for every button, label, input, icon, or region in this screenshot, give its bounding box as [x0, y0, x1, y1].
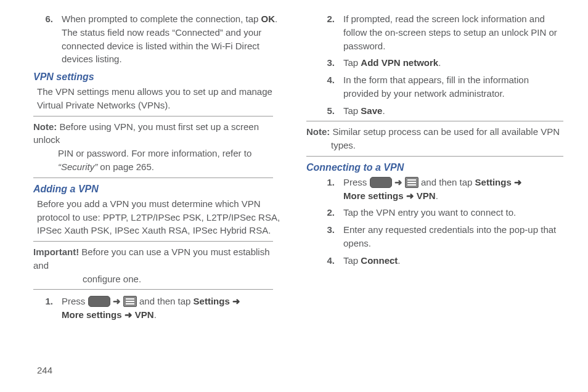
- text: Similar setup process can be used for al…: [330, 126, 560, 137]
- list-item: 1. Press ➜ and then tap Settings ➜ More …: [306, 176, 563, 203]
- step-body: Press ➜ and then tap Settings ➜ More set…: [62, 295, 282, 322]
- paragraph: The VPN settings menu allows you to set …: [37, 85, 282, 112]
- text: .: [398, 255, 400, 266]
- arrow-icon: ➜: [110, 296, 123, 306]
- bold-text: Add VPN network: [361, 57, 438, 68]
- menu-button-icon: [405, 177, 419, 188]
- step-body: Enter any requested credentials into the…: [343, 223, 563, 250]
- home-button-icon: [88, 296, 110, 307]
- divider: [33, 289, 273, 290]
- text: Tap: [343, 105, 361, 116]
- right-column: 2. If prompted, read the screen lock inf…: [306, 12, 563, 325]
- note-line: PIN or password. For more information, r…: [58, 147, 273, 160]
- page-content: 6. When prompted to complete the connect…: [0, 0, 588, 325]
- text: .: [438, 57, 441, 68]
- text: .: [154, 309, 157, 320]
- step-number: 1.: [25, 295, 62, 322]
- heading-vpn-settings: VPN settings: [33, 70, 282, 84]
- note-label: Note:: [306, 126, 330, 137]
- text: Before using VPN, you must first set up …: [33, 121, 259, 145]
- bold-text: Settings ➜: [194, 296, 240, 306]
- important-block: Important! Before you can use a VPN you …: [33, 245, 273, 285]
- divider: [33, 116, 273, 116]
- step-body: Tap Save.: [343, 104, 563, 118]
- step-body: When prompted to complete the connection…: [62, 12, 282, 66]
- note-line: “Security” on page 265.: [58, 160, 273, 174]
- text: and then tap: [137, 296, 194, 306]
- divider: [306, 156, 563, 157]
- home-button-icon: [370, 177, 392, 188]
- text: on page 265.: [97, 161, 154, 172]
- italic-text: “Security”: [58, 161, 97, 172]
- text: Tap: [343, 255, 361, 266]
- step-body: Tap Connect.: [343, 254, 563, 267]
- step-number: 3.: [306, 56, 343, 70]
- bold-text: OK: [261, 14, 276, 24]
- important-label: Important!: [33, 247, 79, 257]
- divider: [33, 241, 273, 242]
- step-number: 4.: [306, 73, 343, 100]
- step-number: 4.: [306, 254, 343, 267]
- list-item: 6. When prompted to complete the connect…: [25, 12, 282, 66]
- bold-text: More settings ➜ VPN: [62, 309, 154, 320]
- bold-text: Save: [361, 105, 382, 116]
- paragraph: Before you add a VPN you must determine …: [37, 197, 282, 237]
- left-column: 6. When prompted to complete the connect…: [25, 12, 282, 325]
- text: Press: [343, 177, 370, 187]
- list-item: 3. Enter any requested credentials into …: [306, 223, 563, 250]
- important-line: configure one.: [83, 272, 273, 286]
- text: Press: [62, 296, 88, 306]
- step-body: Tap Add VPN network.: [343, 56, 563, 70]
- list-item: 1. Press ➜ and then tap Settings ➜ More …: [25, 295, 282, 322]
- step-number: 6.: [25, 12, 62, 66]
- step-body: If prompted, read the screen lock inform…: [343, 12, 563, 52]
- text: .: [382, 105, 385, 116]
- note-block: Note: Before using VPN, you must first s…: [33, 120, 273, 174]
- list-item: 4. Tap Connect.: [306, 254, 563, 267]
- text: .: [436, 190, 438, 201]
- menu-button-icon: [123, 296, 137, 307]
- step-number: 2.: [306, 206, 343, 219]
- note-line: types.: [331, 139, 563, 152]
- divider: [306, 121, 563, 121]
- step-number: 1.: [306, 176, 343, 203]
- list-item: 5. Tap Save.: [306, 104, 563, 118]
- step-body: Tap the VPN entry you want to connect to…: [343, 206, 563, 219]
- heading-adding-vpn: Adding a VPN: [33, 182, 282, 196]
- bold-text: Connect: [361, 255, 398, 266]
- text: and then tap: [419, 177, 475, 187]
- step-number: 5.: [306, 104, 343, 118]
- step-body: Press ➜ and then tap Settings ➜ More set…: [343, 176, 563, 203]
- heading-connecting-vpn: Connecting to a VPN: [306, 160, 563, 174]
- note-block: Note: Similar setup process can be used …: [306, 125, 563, 152]
- step-number: 3.: [306, 223, 343, 250]
- arrow-icon: ➜: [392, 177, 405, 187]
- list-item: 2. Tap the VPN entry you want to connect…: [306, 206, 563, 219]
- list-item: 3. Tap Add VPN network.: [306, 56, 563, 70]
- step-body: In the form that appears, fill in the in…: [343, 73, 563, 100]
- bold-text: More settings ➜ VPN: [343, 190, 436, 201]
- list-item: 4. In the form that appears, fill in the…: [306, 73, 563, 100]
- list-item: 2. If prompted, read the screen lock inf…: [306, 12, 563, 52]
- divider: [33, 178, 273, 178]
- note-label: Note:: [33, 121, 57, 132]
- step-number: 2.: [306, 12, 343, 52]
- bold-text: Settings ➜: [475, 177, 522, 187]
- text: Tap: [343, 57, 361, 68]
- text: When prompted to complete the connection…: [62, 14, 261, 24]
- page-number: 244: [37, 364, 52, 377]
